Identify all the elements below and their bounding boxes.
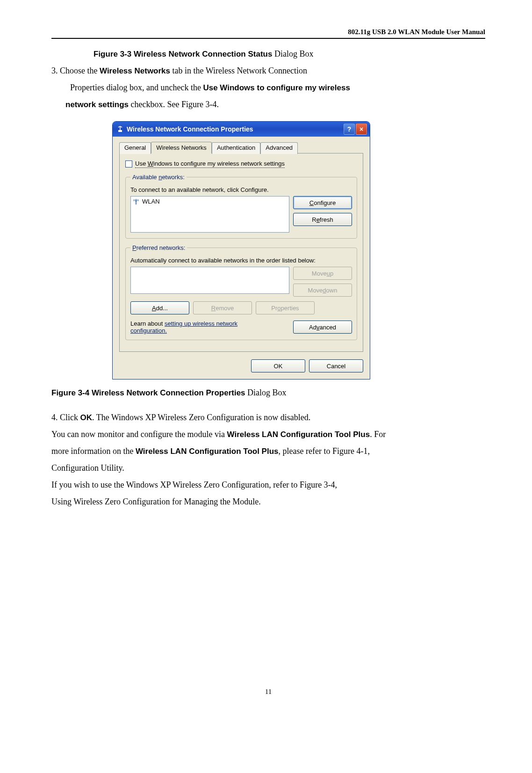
tabs: General Wireless Networks Authentication… (119, 141, 363, 153)
properties-button: Properties (256, 301, 315, 314)
dialog-body: General Wireless Networks Authentication… (113, 137, 370, 379)
learn-link[interactable]: setting up wireless network (165, 320, 237, 327)
md-u: d (323, 287, 326, 294)
available-networks-group: Available networks: To connect to an ava… (125, 174, 357, 239)
tab-panel: Use Windows to configure my wireless net… (119, 153, 363, 352)
header-right: 802.11g USB 2.0 WLAN Module User Manual (51, 28, 485, 36)
step3-line3: network settings checkbox. See Figure 3-… (51, 96, 485, 113)
pr-u: o (277, 305, 280, 312)
preferred-legend: Preferred networks: (130, 244, 187, 251)
step3-line3a: network settings (65, 100, 129, 109)
avail-leg-post: etworks: (162, 174, 184, 181)
step3-bold2: Use Windows to configure my wireless (203, 83, 350, 92)
step4-lead: 4. Click (51, 413, 80, 422)
move-up-button: Move up (293, 267, 352, 280)
conf-u: C (309, 199, 314, 206)
step3-lead: 3. Choose the (51, 66, 100, 75)
step4-rest: . The Windows XP Wireless Zero Configura… (92, 413, 310, 422)
learn-link2[interactable]: configuration. (130, 327, 167, 334)
advanced-button[interactable]: Advanced (293, 321, 352, 334)
step3-line2: Properties dialog box, and uncheck the U… (51, 79, 485, 96)
available-item-label: WLAN (142, 198, 160, 205)
mu-pre: Move (312, 270, 327, 277)
preferred-desc: Automatically connect to available netwo… (130, 257, 352, 264)
fig34-suffix: Dialog Box (245, 388, 287, 397)
ref-post: fresh (320, 216, 333, 223)
fig33-caption: Figure 3-3 Wireless Network Connection S… (51, 45, 485, 62)
use-windows-row: Use Windows to configure my wireless net… (125, 160, 357, 168)
tab-general[interactable]: General (119, 142, 151, 154)
add-post: dd... (156, 305, 168, 312)
para-l4: If you wish to use the Windows XP Wirele… (51, 476, 485, 493)
refresh-button[interactable]: Refresh (293, 213, 352, 226)
fig33-bold: Figure 3-3 Wireless Network Connection S… (93, 50, 272, 58)
add-button[interactable]: Add... (130, 301, 189, 314)
ref-pre: R (312, 216, 316, 223)
l1a: You can now monitor and configure the mo… (51, 430, 227, 439)
chk-post: indows to configure my wireless network … (153, 160, 285, 167)
para-l3: Configuration Utility. (51, 459, 485, 476)
wireless-properties-dialog: Wireless Network Connection Properties ?… (112, 121, 370, 379)
l2c: , please refer to Figure 4-1, (279, 446, 370, 456)
close-button[interactable]: × (356, 124, 367, 135)
tab-wireless-networks[interactable]: Wireless Networks (151, 142, 212, 153)
fig33-suffix: Dialog Box (272, 49, 313, 58)
step4-bold: OK (80, 413, 93, 422)
use-windows-checkbox[interactable] (125, 160, 132, 168)
ref-u: e (316, 216, 320, 223)
adv-post: anced (319, 324, 336, 331)
md-post: own (326, 287, 338, 294)
dialog-footer: OK Cancel (119, 359, 363, 372)
mu-post: p (330, 270, 333, 277)
tab-advanced[interactable]: Advanced (260, 142, 298, 154)
pr-post: perties (281, 305, 299, 312)
fig34-caption: Figure 3-4 Wireless Network Connection P… (51, 388, 485, 398)
md-pre: Move (308, 287, 323, 294)
l1c: . For (370, 430, 386, 439)
l1b: Wireless LAN Configuration Tool Plus (227, 430, 370, 439)
mu-u: u (327, 270, 330, 277)
learn-text: Learn about setting up wireless network … (130, 320, 288, 334)
step3-bold1: Wireless Networks (100, 66, 170, 75)
pref-leg-u: P (132, 244, 137, 251)
chk-u: W (148, 160, 153, 167)
conf-post: onfigure (314, 199, 336, 206)
step3-line2a: Properties dialog box, and uncheck the (70, 83, 203, 92)
dialog-title: Wireless Network Connection Properties (127, 125, 343, 133)
learn-pre: Learn about (130, 320, 165, 327)
available-list[interactable]: WLAN (130, 196, 289, 233)
pr-pre: Pr (271, 305, 277, 312)
preferred-networks-group: Preferred networks: Automatically connec… (125, 244, 357, 340)
tab-authentication[interactable]: Authentication (212, 142, 260, 154)
cancel-button[interactable]: Cancel (309, 359, 363, 372)
pref-leg-post: referred networks: (137, 244, 186, 251)
help-button[interactable]: ? (344, 124, 355, 135)
use-windows-label: Use Windows to configure my wireless net… (135, 160, 285, 168)
l2a: more information on the (51, 446, 136, 456)
preferred-list[interactable] (130, 267, 289, 294)
network-icon (116, 125, 124, 133)
step3-line1: 3. Choose the Wireless Networks tab in t… (51, 62, 485, 79)
fig34-bold: Figure 3-4 Wireless Network Connection P… (51, 388, 245, 397)
ok-button[interactable]: OK (251, 359, 305, 372)
svg-rect-1 (118, 130, 122, 132)
chk-pre: Use (135, 160, 148, 167)
para-l1: You can now monitor and configure the mo… (51, 426, 485, 443)
header-rule (51, 38, 485, 39)
titlebar: Wireless Network Connection Properties ?… (113, 122, 370, 137)
step3-line3b: checkbox. See Figure 3-4. (129, 100, 219, 109)
para-l5: Using Wireless Zero Configuration for Ma… (51, 493, 485, 510)
rm-post: emove (216, 305, 234, 312)
antenna-icon (133, 198, 139, 205)
para-l2: more information on the Wireless LAN Con… (51, 443, 485, 459)
add-u: A (152, 305, 156, 312)
avail-leg-pre: Available (132, 174, 158, 181)
adv-pre: Ad (309, 324, 316, 331)
available-desc: To connect to an available network, clic… (130, 186, 352, 193)
configure-button[interactable]: Configure (293, 196, 352, 209)
move-down-button: Move down (293, 284, 352, 297)
l2b: Wireless LAN Configuration Tool Plus (136, 447, 279, 456)
list-item[interactable]: WLAN (132, 197, 288, 205)
step3-mid1: tab in the Wireless Network Connection (170, 66, 307, 75)
page-number: 11 (51, 688, 485, 696)
